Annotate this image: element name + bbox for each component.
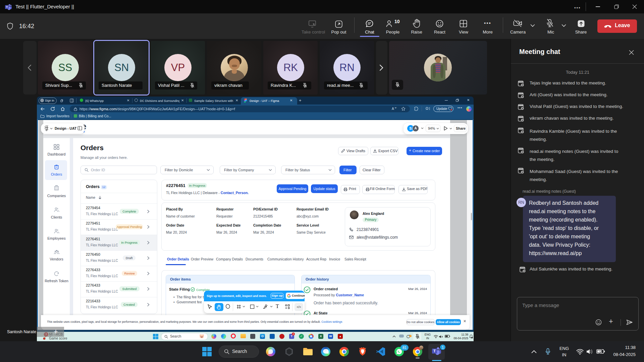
svg-text:T: T <box>433 349 436 353</box>
svg-text:T: T <box>6 5 8 9</box>
